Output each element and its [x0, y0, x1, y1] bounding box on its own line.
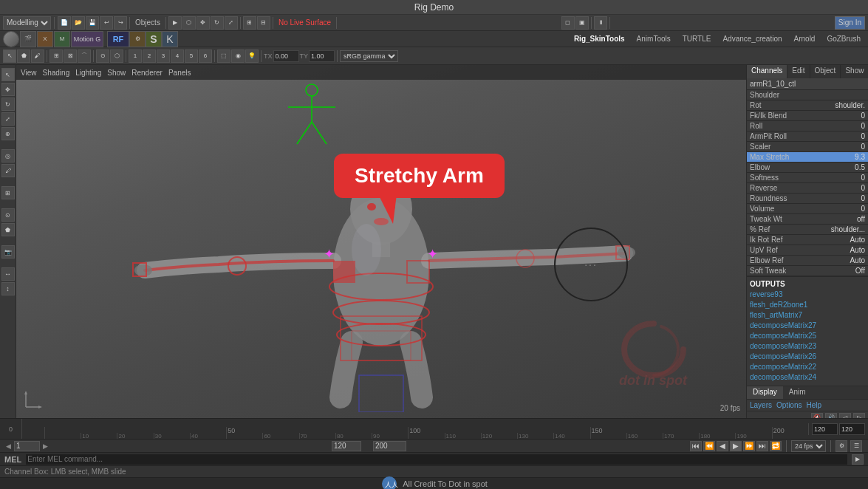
- channel-row-upv-ref[interactable]: UpV RefAuto: [747, 245, 868, 256]
- fps-select[interactable]: 24 fps: [791, 440, 826, 452]
- plugin-tab-goz[interactable]: GoZBrush: [822, 33, 865, 44]
- output-item-decomposeMatrix26[interactable]: decomposeMatrix26: [750, 352, 865, 362]
- undo-icon[interactable]: ↩: [100, 16, 113, 30]
- plugin-btn-s[interactable]: S: [146, 31, 162, 47]
- play-back-btn[interactable]: ◀: [717, 441, 728, 451]
- channel-row-scaler[interactable]: Scaler0: [747, 142, 868, 152]
- output-item-decomposeMatrix25[interactable]: decomposeMatrix25: [750, 331, 865, 341]
- rotate-icon[interactable]: ↻: [211, 16, 224, 30]
- display-tab[interactable]: Display: [747, 386, 783, 399]
- plugin-tab-advance[interactable]: Advance_creation: [718, 33, 786, 44]
- wireframe-icon[interactable]: ⬚: [217, 49, 230, 63]
- translate-y-input[interactable]: [309, 50, 335, 62]
- render-q2-icon[interactable]: 2: [143, 49, 156, 63]
- speaker-icon[interactable]: 🔊: [825, 413, 837, 419]
- channel-row-shoulder[interactable]: Shoulder: [747, 90, 868, 100]
- select-tool-icon[interactable]: ↖: [1, 68, 15, 81]
- mute-icon[interactable]: 🔇: [811, 413, 823, 419]
- layers-link[interactable]: Layers: [750, 401, 772, 409]
- current-frame-input[interactable]: [14, 441, 40, 451]
- plugin-tab-rig[interactable]: Rig_SkinTools: [570, 33, 629, 44]
- output-item-decomposeMatrix27[interactable]: decomposeMatrix27: [750, 321, 865, 331]
- show-tab[interactable]: Show: [841, 65, 868, 78]
- mode-dropdown[interactable]: Modelling: [3, 16, 51, 30]
- output-item-flesh_artMatrix7[interactable]: flesh_artMatrix7: [750, 310, 865, 321]
- view-menu[interactable]: View: [21, 69, 37, 77]
- show-menu[interactable]: Show: [107, 69, 126, 77]
- anim-tab[interactable]: Anim: [783, 386, 812, 399]
- sign-in-button[interactable]: Sign In: [835, 16, 865, 30]
- snap-icon[interactable]: ⊞: [243, 16, 256, 30]
- new-file-icon[interactable]: 📄: [58, 16, 71, 30]
- rf-icon[interactable]: RF: [107, 31, 129, 47]
- plugin-tab-anim[interactable]: AnimTools: [632, 33, 675, 44]
- output-item-decomposeMatrix22[interactable]: decomposeMatrix22: [750, 362, 865, 372]
- universal-tool-icon[interactable]: ⊕: [1, 127, 15, 140]
- render-q5-icon[interactable]: 5: [185, 49, 198, 63]
- render-q4-icon[interactable]: 4: [171, 49, 184, 63]
- plugin-icon-mash[interactable]: M: [54, 31, 70, 47]
- render-icon[interactable]: ◻: [561, 16, 575, 30]
- output-item-reverse93[interactable]: reverse93: [750, 290, 865, 300]
- channel-row-softness[interactable]: Softness0: [747, 173, 868, 183]
- channels-tab[interactable]: Channels: [747, 65, 787, 78]
- arrow-select-icon[interactable]: ↖: [3, 49, 16, 63]
- lasso-select-icon[interactable]: ⬟: [17, 49, 30, 63]
- loop-btn[interactable]: 🔁: [770, 441, 782, 451]
- channel-row-ik-rot-ref[interactable]: Ik Rot RefAuto: [747, 235, 868, 245]
- output-item-flesh_deR2bone1[interactable]: flesh_deR2bone1: [750, 300, 865, 310]
- plugin-icon-xgen[interactable]: X: [37, 31, 53, 47]
- edit-tab[interactable]: Edit: [787, 65, 810, 78]
- go-to-start-btn[interactable]: ⏮: [690, 441, 702, 451]
- channel-row-max-stretch[interactable]: Max Stretch9.3: [747, 152, 868, 163]
- grid-icon[interactable]: ⊟: [257, 16, 270, 30]
- snap-point-icon[interactable]: ⊙: [1, 208, 15, 222]
- redo-icon[interactable]: ↪: [114, 16, 127, 30]
- circle-control[interactable]: ···: [554, 228, 628, 301]
- plugin-icon-mg[interactable]: Motion G: [71, 31, 103, 47]
- channel-row-roundness[interactable]: Roundness0: [747, 194, 868, 204]
- channel-row-%-ref[interactable]: % Refshoulder...: [747, 225, 868, 235]
- step-fwd-btn[interactable]: ⏩: [743, 441, 755, 451]
- mel-run-icon[interactable]: ▶: [852, 454, 864, 465]
- save-icon[interactable]: 💾: [86, 16, 99, 30]
- channel-row-fk/ik-blend[interactable]: Fk/Ik Blend0: [747, 111, 868, 121]
- channel-row-elbow[interactable]: Elbow0.5: [747, 163, 868, 173]
- sculpt-icon[interactable]: 🖊: [1, 164, 15, 177]
- channel-row-rot[interactable]: Rotshoulder.: [747, 100, 868, 111]
- channel-row-elbow-ref[interactable]: Elbow RefAuto: [747, 256, 868, 266]
- timeline-area[interactable]: 0 10203040506070809010011012013014015016…: [0, 418, 868, 439]
- go-to-end-btn[interactable]: ⏭: [756, 441, 768, 451]
- plugin-tab-arnold[interactable]: Arnold: [790, 33, 820, 44]
- paint-select-icon[interactable]: 🖌: [31, 49, 44, 63]
- channel-row-volume[interactable]: Volume0: [747, 204, 868, 214]
- plugin-avatar-1[interactable]: [3, 31, 19, 47]
- object-tab[interactable]: Object: [810, 65, 841, 78]
- options-link[interactable]: Options: [776, 401, 802, 409]
- snap-to-curve-icon[interactable]: ⌒: [78, 49, 91, 63]
- plugin-tab-turtle[interactable]: TURTLE: [678, 33, 716, 44]
- snap-to-grid-icon[interactable]: ⊞: [49, 49, 63, 63]
- snap-live-icon[interactable]: ⬟: [1, 223, 15, 236]
- timeline-range-end-input[interactable]: [839, 423, 865, 435]
- viewport[interactable]: View Shading Lighting Show Renderer Pane…: [16, 65, 746, 418]
- mel-input[interactable]: [26, 454, 847, 465]
- scale-icon[interactable]: ⤢: [225, 16, 238, 30]
- shading-menu[interactable]: Shading: [43, 69, 70, 77]
- pause-icon[interactable]: ⏸: [594, 16, 607, 30]
- open-icon[interactable]: 📂: [72, 16, 85, 30]
- render-q6-icon[interactable]: 6: [199, 49, 212, 63]
- move-icon[interactable]: ✥: [197, 16, 210, 30]
- anim-end-input[interactable]: [373, 441, 406, 451]
- snap-to-point-icon[interactable]: ⊠: [64, 49, 77, 63]
- channel-row-soft-tweak[interactable]: Soft TweakOff: [747, 266, 868, 276]
- audio-btn-4[interactable]: ▷: [853, 413, 865, 419]
- timeline-settings-icon[interactable]: ☰: [850, 440, 862, 452]
- translate-x-input[interactable]: [273, 50, 299, 62]
- soft-select-icon[interactable]: ◎: [1, 149, 15, 163]
- select-icon[interactable]: ▶: [168, 16, 182, 30]
- audio-btn-3[interactable]: ◁: [839, 413, 851, 419]
- help-link[interactable]: Help: [806, 401, 821, 409]
- range-end-input2[interactable]: [332, 441, 361, 451]
- timeline-ruler[interactable]: 1020304050607080901001101201301401501601…: [22, 419, 808, 439]
